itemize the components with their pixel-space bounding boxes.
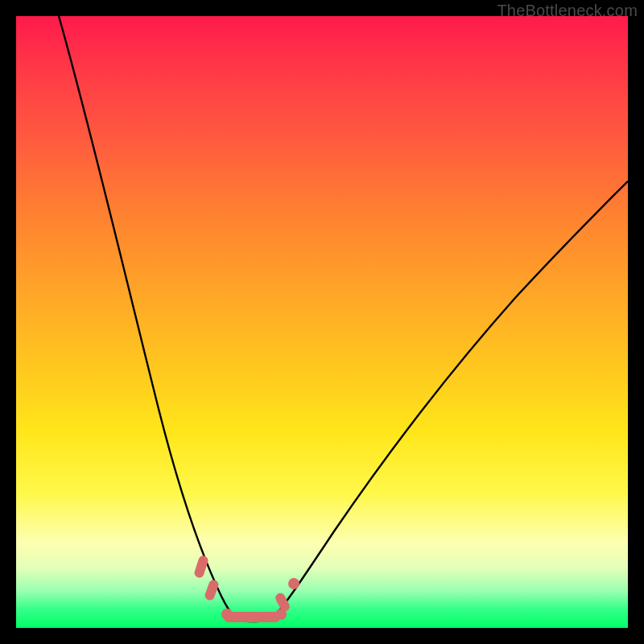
curve-left-branch [59, 16, 235, 618]
watermark-text: TheBottleneck.com [497, 2, 638, 20]
frame: TheBottleneck.com [0, 0, 644, 644]
bottleneck-curve [16, 16, 628, 628]
marker-floor-left-dot [221, 609, 233, 620]
curve-right-branch [272, 181, 628, 618]
marker-right-dot [288, 578, 299, 589]
plot-area [16, 16, 628, 628]
